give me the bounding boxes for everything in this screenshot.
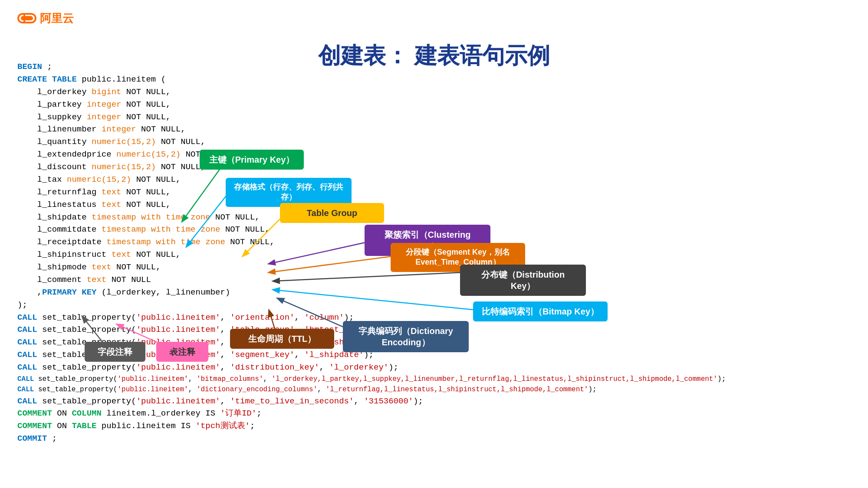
code-col11: l_shipdate timestamp with time zone NOT … — [17, 211, 851, 224]
annotation-primary-key: 主键（Primary Key） — [200, 150, 304, 170]
code-col6: l_extendedprice numeric(15,2) NOT NULL, — [17, 148, 851, 161]
annotation-table-group: Table Group — [280, 203, 384, 223]
code-close: ); — [17, 299, 851, 311]
code-col3: l_suppkey integer NOT NULL, — [17, 111, 851, 124]
code-call8: CALL set_table_property('public.lineitem… — [17, 395, 851, 408]
code-comment1: COMMENT ON COLUMN lineitem.l_orderkey IS… — [17, 407, 851, 420]
code-create: CREATE TABLE public.lineitem ( — [17, 73, 851, 86]
code-col1: l_orderkey bigint NOT NULL, — [17, 86, 851, 98]
code-col9: l_returnflag text NOT NULL, — [17, 186, 851, 199]
svg-rect-1 — [21, 16, 33, 20]
aliyun-logo-icon — [17, 9, 36, 28]
annotation-ttl: 生命周期（TTL） — [230, 329, 334, 349]
header: 阿里云 — [0, 0, 868, 36]
code-pk: ,PRIMARY KEY (l_orderkey, l_linenumber) — [17, 286, 851, 299]
annotation-dictionary: 字典编码列（Dictionary Encoding） — [343, 321, 469, 352]
annotation-field-comment: 字段注释 — [85, 342, 145, 362]
code-col2: l_partkey integer NOT NULL, — [17, 98, 851, 111]
annotation-bitmap: 比特编码索引（Bitmap Key） — [473, 301, 608, 321]
logo: 阿里云 — [17, 9, 74, 28]
annotation-distribution: 分布键（Distribution Key） — [460, 265, 586, 296]
code-call5: CALL set_table_property('public.lineitem… — [17, 361, 851, 374]
annotation-storage: 存储格式（行存、列存、行列共存） — [226, 178, 352, 207]
code-col16: l_comment text NOT NULL — [17, 274, 851, 286]
code-col7: l_discount numeric(15,2) NOT NULL, — [17, 161, 851, 174]
code-col10: l_linestatus text NOT NULL, — [17, 199, 851, 211]
code-call6: CALL set_table_property('public.lineitem… — [17, 374, 851, 384]
code-commit: COMMIT ; — [17, 432, 851, 445]
annotation-table-comment: 表注释 — [156, 342, 208, 362]
code-col4: l_linenumber integer NOT NULL, — [17, 123, 851, 136]
code-col8: l_tax numeric(15,2) NOT NULL, — [17, 174, 851, 186]
code-col5: l_quantity numeric(15,2) NOT NULL, — [17, 136, 851, 148]
code-call7: CALL set_table_property('public.lineitem… — [17, 384, 851, 395]
code-comment2: COMMENT ON TABLE public.lineitem IS 'tpc… — [17, 420, 851, 432]
code-begin: BEGIN ; — [17, 61, 851, 73]
logo-text: 阿里云 — [40, 11, 74, 26]
